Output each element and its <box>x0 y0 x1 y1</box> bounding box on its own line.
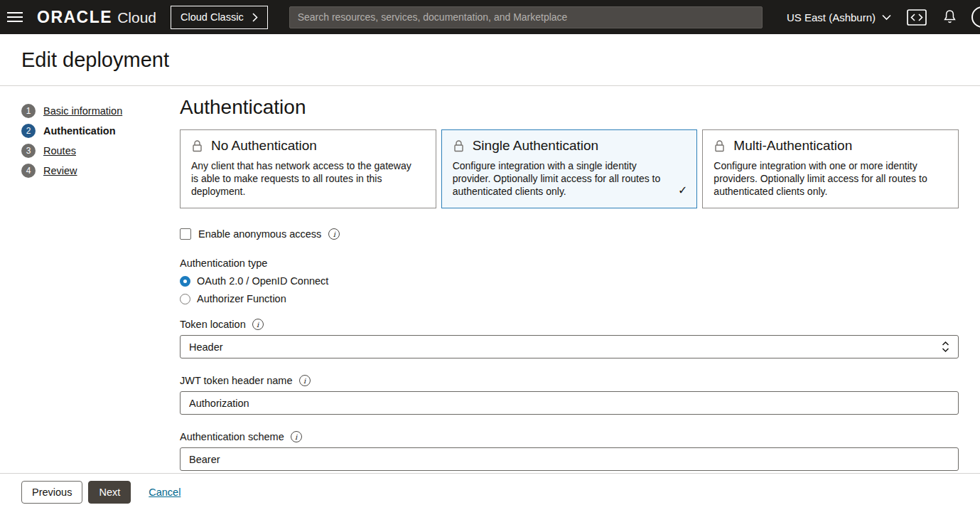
info-icon[interactable]: i <box>328 228 340 240</box>
info-icon[interactable]: i <box>252 319 264 330</box>
card-no-authentication[interactable]: No Authentication Any client that has ne… <box>180 129 436 208</box>
brand-cloud-text: Cloud <box>117 9 156 26</box>
wizard-steps: 1 Basic information 2 Authentication 3 R… <box>21 86 180 473</box>
wizard-step-basic-information[interactable]: 1 Basic information <box>21 103 180 118</box>
notifications-bell-icon[interactable] <box>942 9 957 25</box>
step-label[interactable]: Basic information <box>43 105 122 117</box>
card-description: Configure integration with a single iden… <box>453 160 686 198</box>
token-location-label: Token location <box>180 319 246 330</box>
anonymous-access-label: Enable anonymous access <box>198 228 321 240</box>
auth-scheme-label: Authentication scheme <box>180 431 284 442</box>
step-label: Authentication <box>43 125 116 137</box>
cloud-shell-icon[interactable] <box>907 9 927 26</box>
user-avatar-icon[interactable] <box>971 6 980 28</box>
anonymous-access-row: Enable anonymous access i <box>180 228 959 240</box>
lock-icon <box>714 139 726 153</box>
wizard-step-review[interactable]: 4 Review <box>21 163 180 178</box>
jwt-header-label: JWT token header name <box>180 375 293 386</box>
jwt-header-input[interactable] <box>180 391 959 415</box>
card-description: Any client that has network access to th… <box>191 160 425 198</box>
previous-button[interactable]: Previous <box>21 481 82 504</box>
next-button[interactable]: Next <box>88 481 131 504</box>
step-number-badge: 2 <box>21 124 36 138</box>
section-heading: Authentication <box>180 96 959 119</box>
wizard-step-authentication[interactable]: 2 Authentication <box>21 123 180 138</box>
card-multi-authentication[interactable]: Multi-Authentication Configure integrati… <box>702 129 959 208</box>
cloud-classic-label: Cloud Classic <box>181 11 244 23</box>
search-input[interactable] <box>289 6 763 28</box>
jwt-header-field: JWT token header name i <box>180 375 959 415</box>
hamburger-menu-icon[interactable] <box>7 6 28 28</box>
info-icon[interactable]: i <box>291 431 302 442</box>
brand-oracle-text: ORACLE <box>37 8 112 27</box>
auth-scheme-input[interactable] <box>180 447 959 471</box>
radio-oauth-openid[interactable]: OAuth 2.0 / OpenID Connect <box>180 275 959 287</box>
radio-selected-icon[interactable] <box>180 276 190 287</box>
step-number-badge: 4 <box>21 164 36 178</box>
anonymous-access-checkbox[interactable] <box>180 228 191 240</box>
radio-label: OAuth 2.0 / OpenID Connect <box>197 275 328 287</box>
card-title: Single Authentication <box>473 138 598 154</box>
region-selector[interactable]: US East (Ashburn) <box>787 11 891 23</box>
wizard-step-routes[interactable]: 3 Routes <box>21 143 180 158</box>
step-number-badge: 1 <box>21 104 36 118</box>
radio-label: Authorizer Function <box>197 293 286 304</box>
lock-icon <box>191 139 203 153</box>
cancel-link[interactable]: Cancel <box>149 487 181 498</box>
authentication-form: Authentication No Authentication Any cli… <box>180 86 959 473</box>
chevron-down-icon <box>882 14 891 21</box>
card-title: Multi-Authentication <box>733 138 852 154</box>
card-description: Configure integration with one or more i… <box>714 160 947 198</box>
selected-check-icon: ✓ <box>678 184 687 197</box>
step-label[interactable]: Routes <box>43 145 76 156</box>
oracle-cloud-logo[interactable]: ORACLE Cloud <box>37 8 156 27</box>
token-location-value: Header <box>189 341 223 353</box>
page-header: Edit deployment <box>0 34 980 86</box>
info-icon[interactable]: i <box>299 375 311 386</box>
authentication-type-group: Authentication type OAuth 2.0 / OpenID C… <box>180 257 959 304</box>
page: ORACLE Cloud Cloud Classic US East (Ashb… <box>0 0 980 510</box>
select-spinner-icon <box>942 341 949 353</box>
cloud-classic-button[interactable]: Cloud Classic <box>171 6 268 29</box>
token-location-select[interactable]: Header <box>180 335 959 358</box>
card-single-authentication[interactable]: Single Authentication Configure integrat… <box>441 129 698 208</box>
token-location-field: Token location i Header <box>180 319 959 358</box>
card-title: No Authentication <box>211 138 317 154</box>
radio-authorizer-function[interactable]: Authorizer Function <box>180 293 959 304</box>
step-number-badge: 3 <box>21 144 36 158</box>
authentication-type-label: Authentication type <box>180 257 959 269</box>
region-label: US East (Ashburn) <box>787 11 876 23</box>
chevron-right-icon <box>252 13 258 22</box>
content-area: 1 Basic information 2 Authentication 3 R… <box>0 86 980 473</box>
wizard-footer: Previous Next Cancel <box>0 473 980 510</box>
page-title: Edit deployment <box>21 48 169 72</box>
step-label[interactable]: Review <box>43 165 77 176</box>
auth-scheme-field: Authentication scheme i <box>180 431 959 471</box>
authentication-option-cards: No Authentication Any client that has ne… <box>180 129 959 208</box>
radio-unselected-icon[interactable] <box>180 294 190 304</box>
top-navigation-bar: ORACLE Cloud Cloud Classic US East (Ashb… <box>0 0 980 34</box>
lock-icon <box>453 139 465 153</box>
